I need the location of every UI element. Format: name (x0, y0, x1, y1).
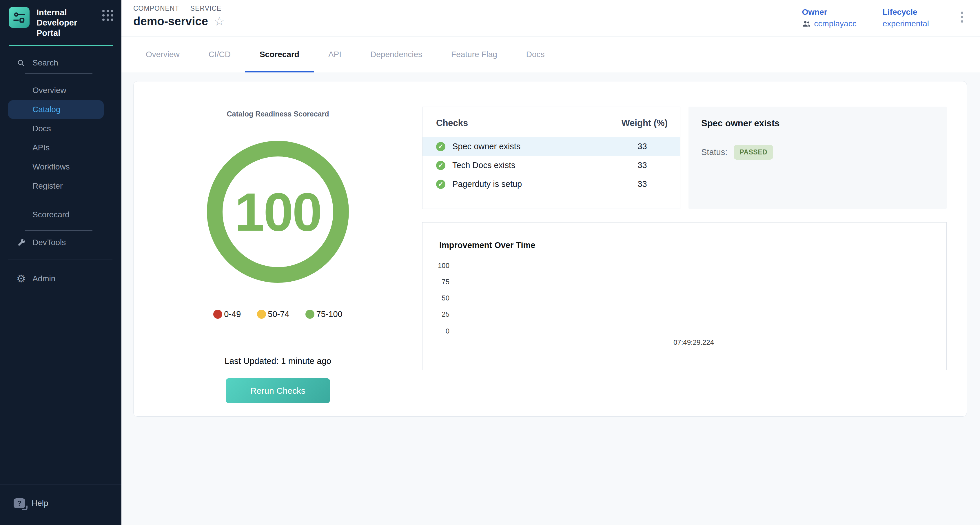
divider (25, 202, 92, 202)
tab-cicd[interactable]: CI/CD (194, 37, 245, 72)
help-section: ? Help (0, 484, 121, 525)
legend-dot-red (213, 310, 222, 319)
lifecycle-label: Lifecycle (883, 8, 929, 17)
owner-block: Owner ccmplayacc (802, 8, 856, 29)
lifecycle-value: experimental (883, 19, 929, 29)
score-gauge: 100 (207, 141, 349, 283)
tab-feature-flag[interactable]: Feature Flag (437, 37, 512, 72)
lifecycle-block: Lifecycle experimental (883, 8, 929, 29)
sidebar-item-help[interactable]: ? Help (14, 498, 121, 508)
check-row-pagerduty[interactable]: ✓ Pagerduty is setup 33 (423, 175, 680, 194)
tab-scorecard[interactable]: Scorecard (245, 37, 314, 72)
divider (8, 259, 113, 260)
sidebar-nav: Overview Catalog Docs APIs Workflows Reg… (0, 81, 121, 196)
wrench-icon (16, 238, 26, 247)
apps-grid-icon[interactable] (102, 10, 113, 21)
legend-dot-yellow (257, 310, 266, 319)
check-circle-icon: ✓ (436, 180, 445, 189)
y-axis-tick: 75 (429, 278, 449, 286)
legend-dot-green (305, 310, 314, 319)
kebab-menu-icon[interactable] (958, 8, 966, 27)
breadcrumb: COMPONENT — SERVICE (133, 5, 225, 13)
y-axis-tick: 100 (429, 262, 449, 270)
y-axis-tick: 25 (429, 310, 449, 318)
check-circle-icon: ✓ (436, 142, 445, 151)
sidebar-item-catalog[interactable]: Catalog (8, 100, 104, 119)
sidebar-item-overview[interactable]: Overview (8, 81, 104, 100)
gauge-column: Catalog Readiness Scorecard 100 0-49 50-… (134, 81, 422, 416)
chart-title: Improvement Over Time (439, 240, 535, 250)
owner-link[interactable]: ccmplayacc (802, 19, 856, 29)
devtools-label: DevTools (32, 238, 66, 247)
legend-item-yellow: 50-74 (257, 309, 289, 319)
app-logo-icon (9, 7, 30, 28)
sidebar-item-register[interactable]: Register (8, 177, 104, 195)
improvement-chart: Improvement Over Time 100 75 50 25 0 07:… (422, 222, 947, 370)
tab-overview[interactable]: Overview (131, 37, 194, 72)
star-icon[interactable]: ☆ (214, 15, 225, 27)
sidebar-item-docs[interactable]: Docs (8, 119, 104, 138)
checks-panel: Checks Weight (%) ✓ Spec owner exists 33… (422, 107, 680, 209)
sidebar-item-apis[interactable]: APIs (8, 138, 104, 157)
check-detail-title: Spec owner exists (701, 118, 934, 129)
main-area: COMPONENT — SERVICE demo-service ☆ Owner (121, 0, 980, 525)
tab-docs[interactable]: Docs (512, 37, 559, 72)
status-badge: PASSED (734, 145, 773, 160)
score-legend: 0-49 50-74 75-100 (213, 309, 342, 319)
legend-item-green: 75-100 (305, 309, 342, 319)
y-axis-tick: 50 (429, 294, 449, 302)
owner-value: ccmplayacc (814, 19, 856, 29)
page-title: demo-service (133, 15, 208, 28)
tab-api[interactable]: API (314, 37, 356, 72)
scorecard-card: Catalog Readiness Scorecard 100 0-49 50-… (133, 81, 967, 417)
owner-label: Owner (802, 8, 856, 17)
y-axis-tick: 0 (429, 327, 449, 335)
score-value: 100 (235, 181, 321, 243)
scorecard-content: Catalog Readiness Scorecard 100 0-49 50-… (121, 72, 980, 417)
check-row-tech-docs[interactable]: ✓ Tech Docs exists 33 (423, 156, 680, 175)
sidebar-item-admin[interactable]: ⚙ Admin (0, 269, 121, 289)
help-chat-icon: ? (14, 498, 25, 508)
legend-item-red: 0-49 (213, 309, 241, 319)
admin-label: Admin (32, 274, 55, 283)
brand-title: Internal Developer Portal (37, 7, 102, 38)
x-axis-tick: 07:49:29.224 (673, 339, 714, 347)
tab-dependencies[interactable]: Dependencies (356, 37, 437, 72)
app-window: Internal Developer Portal Search Overvie… (0, 0, 980, 525)
check-row-spec-owner[interactable]: ✓ Spec owner exists 33 (423, 137, 680, 156)
sidebar-item-search[interactable]: Search (0, 46, 121, 67)
last-updated-text: Last Updated: 1 minute ago (224, 356, 331, 366)
sidebar-item-workflows[interactable]: Workflows (8, 158, 104, 176)
check-detail-panel: Spec owner exists Status: PASSED (689, 107, 947, 209)
checks-panel-title: Checks (436, 118, 468, 128)
gear-icon: ⚙ (16, 274, 26, 284)
sidebar: Internal Developer Portal Search Overvie… (0, 0, 121, 525)
entity-header: COMPONENT — SERVICE demo-service ☆ Owner (121, 0, 980, 37)
search-icon (17, 59, 25, 67)
entity-tabs: Overview CI/CD Scorecard API Dependencie… (121, 37, 980, 72)
rerun-checks-button[interactable]: Rerun Checks (226, 378, 330, 403)
checks-column: Checks Weight (%) ✓ Spec owner exists 33… (422, 81, 967, 416)
gauge-title: Catalog Readiness Scorecard (227, 110, 329, 118)
divider (25, 230, 92, 231)
help-label: Help (32, 499, 48, 508)
sidebar-item-scorecard[interactable]: Scorecard (8, 205, 104, 224)
status-label: Status: (701, 148, 727, 157)
weight-column-header: Weight (%) (617, 118, 668, 128)
group-icon (802, 19, 811, 29)
brand-row: Internal Developer Portal (0, 0, 121, 44)
check-circle-icon: ✓ (436, 161, 445, 170)
sidebar-item-devtools[interactable]: DevTools (0, 232, 121, 253)
search-label: Search (32, 58, 58, 67)
